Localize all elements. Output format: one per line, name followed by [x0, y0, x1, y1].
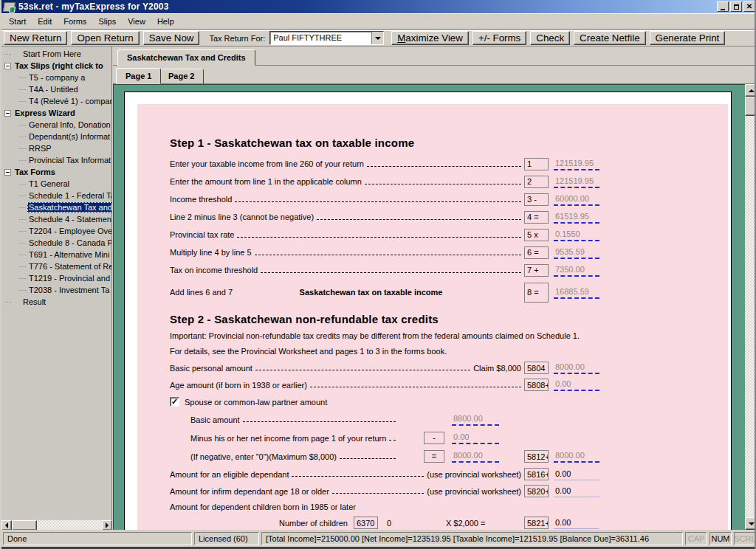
dash-leader — [261, 268, 521, 273]
open-return-button[interactable]: Open Return — [71, 31, 139, 45]
tree-item-schedule4[interactable]: Schedule 4 - Statement — [1, 213, 111, 225]
field-line2-value[interactable]: 121519.95 — [554, 176, 599, 188]
save-now-button[interactable]: Save Now — [143, 31, 200, 45]
field-line6-value[interactable]: 9535.59 — [554, 246, 599, 259]
taxpayer-select[interactable]: Paul FIFTYTHREE — [269, 31, 384, 45]
form-vertical-scrollbar[interactable] — [745, 84, 756, 530]
dash-leader — [255, 365, 470, 370]
field-5816-value[interactable]: 0.00 — [554, 469, 599, 480]
tree-item-t1-general[interactable]: T1 General — [1, 178, 111, 190]
tree-item-schedule1[interactable]: Schedule 1 - Federal Ta — [1, 190, 111, 201]
menu-edit[interactable]: Edit — [32, 15, 58, 27]
sidebar: Start From Here Tax Slips (right click t… — [1, 46, 112, 530]
plus-minus-forms-button[interactable]: +/- Forms — [472, 31, 526, 45]
chevron-down-icon — [375, 37, 381, 40]
field-spouse-result-value[interactable]: 8000.00 — [452, 450, 499, 463]
collapse-minus-icon[interactable] — [4, 63, 11, 69]
tree-item-t1219[interactable]: T1219 - Provincial and — [1, 272, 111, 284]
field-6370-value[interactable]: 0 — [385, 518, 415, 528]
tree-item-provincial-tax-info[interactable]: Provincial Tax Informat — [1, 154, 111, 166]
field-5804-value[interactable]: 8000.00 — [554, 362, 599, 374]
field-line8-value[interactable]: 16885.59 — [554, 286, 599, 299]
restore-button[interactable] — [730, 1, 742, 12]
tree-item-t776[interactable]: T776 - Statement of Re — [1, 260, 111, 272]
tab-page-2[interactable]: Page 2 — [159, 69, 204, 84]
sidebar-horizontal-scrollbar[interactable] — [1, 519, 112, 530]
restore-icon — [734, 4, 739, 10]
field-line3-value[interactable]: 60000.00 — [554, 193, 599, 206]
menu-bar: Start Edit Forms Slips View Help — [1, 13, 756, 30]
spouse-checkbox[interactable]: ✓ — [170, 397, 179, 407]
check-button[interactable]: Check — [530, 31, 570, 45]
worksheet-hint-label: (use provincial worksheet) — [427, 470, 521, 479]
tab-saskatchewan-tax-and-credits[interactable]: Saskatchewan Tax and Credits — [117, 49, 255, 66]
menu-help[interactable]: Help — [151, 15, 180, 27]
scroll-down-button[interactable] — [745, 517, 756, 530]
field-5821-value[interactable]: 0.00 — [554, 517, 599, 529]
page-tab-row: Page 2 Page 1 — [113, 66, 756, 84]
tree-item-saskatchewan-tax[interactable]: Saskatchewan Tax and — [1, 201, 111, 213]
form-row-5808: Age amount (if born in 1938 or earlier) … — [170, 376, 599, 393]
tree-item-start-from-here[interactable]: Start From Here — [1, 48, 111, 60]
dash-leader — [237, 232, 521, 238]
create-netfile-button[interactable]: Create Netfile — [574, 31, 646, 45]
taxpayer-selected-value: Paul FIFTYTHREE — [270, 32, 371, 44]
field-line7-value[interactable]: 7350.00 — [554, 264, 599, 277]
generate-print-button[interactable]: Generate Print — [650, 31, 726, 45]
tab-page-1[interactable]: Page 1 — [116, 68, 161, 84]
field-5812-value[interactable]: 8000.00 — [554, 450, 599, 463]
dropdown-button[interactable] — [371, 32, 383, 44]
menu-slips[interactable]: Slips — [92, 15, 122, 27]
dash-leader — [389, 435, 396, 441]
menu-view[interactable]: View — [122, 15, 151, 27]
tree-item-rrsp[interactable]: RRSP — [1, 142, 111, 154]
menu-start[interactable]: Start — [3, 15, 32, 27]
dash-leader — [332, 488, 424, 494]
minimize-button[interactable] — [717, 1, 729, 12]
license-status: Licensed (60) — [194, 532, 259, 545]
form-row-line7: Tax on income threshold 7 + 7350.00 — [170, 261, 599, 279]
scroll-left-button[interactable] — [1, 520, 12, 530]
tree-item-dependants[interactable]: Dependant(s) Informat — [1, 131, 111, 142]
field-5808-value[interactable]: 0.00 — [554, 379, 599, 391]
arrow-down-icon — [749, 522, 755, 525]
row-label: Minus his or her net income from page 1 … — [190, 434, 386, 443]
spouse-checkbox-row: ✓ Spouse or common-law partner amount — [170, 393, 599, 410]
tree-connector — [4, 302, 11, 303]
tree-item-express-wizard[interactable]: Express Wizard — [1, 107, 111, 119]
row-label: Amount for infirm dependant age 18 or ol… — [170, 487, 329, 496]
line-number-box: 5 x — [524, 229, 549, 241]
tree-item-t2038[interactable]: T2038 - Investment Ta — [1, 284, 111, 296]
maximize-view-button[interactable]: Maximize View — [391, 31, 469, 45]
tree-item-t2204[interactable]: T2204 - Employee Ove — [1, 225, 111, 237]
step2-note-2: For details, see the Provincial Workshee… — [170, 344, 599, 359]
row-label: Basic amount — [190, 415, 240, 424]
scroll-up-button[interactable] — [745, 84, 756, 97]
tax-return-for-label: Tax Return For: — [209, 34, 265, 43]
tree-item-t691[interactable]: T691 - Alternative Mini — [1, 249, 111, 260]
field-line4-value[interactable]: 61519.95 — [554, 211, 599, 224]
tree-item-t5[interactable]: T5 - company a — [1, 72, 111, 83]
tree-item-t4-releve1[interactable]: T4 (Relevé 1) - compan — [1, 95, 111, 107]
field-spouse-net-income-value[interactable]: 0.00 — [452, 432, 499, 444]
row-label: Add lines 6 and 7 — [170, 288, 233, 297]
tree-item-tax-slips[interactable]: Tax Slips (right click to — [1, 60, 111, 72]
scroll-right-button[interactable] — [102, 520, 112, 530]
menu-forms[interactable]: Forms — [58, 15, 92, 27]
tree-item-schedule8[interactable]: Schedule 8 - Canada Pe — [1, 237, 111, 249]
collapse-minus-icon[interactable] — [4, 110, 11, 117]
new-return-button[interactable]: New Return — [4, 31, 67, 45]
window-title: 53sk.ret - myTaxExpress for Y2003 — [18, 1, 715, 12]
field-line5-value[interactable]: 0.1550 — [554, 229, 599, 241]
collapse-minus-icon[interactable] — [4, 169, 11, 176]
close-button[interactable]: ✕ — [743, 1, 755, 12]
tree-item-tax-forms[interactable]: Tax Forms — [1, 166, 111, 178]
scrollbar-thumb[interactable] — [745, 97, 756, 116]
tree-item-general-info[interactable]: General Info, Donation — [1, 119, 111, 131]
scrollbar-thumb[interactable] — [12, 520, 37, 530]
field-spouse-basic-value[interactable]: 8800.00 — [452, 413, 499, 426]
tree-item-result[interactable]: Result — [1, 296, 111, 308]
field-5820-value[interactable]: 0.00 — [554, 486, 599, 497]
field-line1-value[interactable]: 121519.95 — [554, 158, 599, 170]
tree-item-t4a[interactable]: T4A - Untitled — [1, 83, 111, 95]
